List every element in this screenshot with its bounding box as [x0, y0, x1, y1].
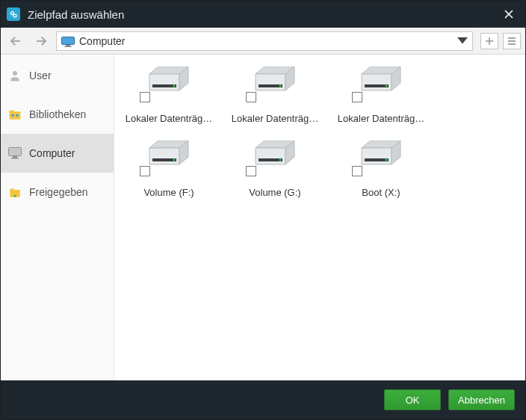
footer: OK Abbrechen: [1, 380, 525, 419]
svg-rect-7: [66, 45, 70, 46]
svg-rect-21: [13, 156, 17, 158]
drive-icon: [250, 64, 300, 96]
svg-marker-36: [362, 74, 392, 90]
cancel-button[interactable]: Abbrechen: [448, 389, 515, 410]
sidebar-item-label: Bibliotheken: [29, 108, 86, 120]
address-dropdown[interactable]: [457, 36, 468, 46]
sidebar-item-user[interactable]: User: [1, 56, 114, 95]
drive-icon: [356, 64, 406, 96]
sidebar-item-label: Freigegeben: [29, 186, 88, 198]
svg-marker-9: [457, 37, 468, 43]
computer-icon: [8, 146, 22, 160]
svg-rect-6: [62, 37, 75, 44]
shared-icon: [8, 185, 22, 199]
navbar: Computer: [1, 28, 525, 55]
svg-marker-31: [256, 74, 285, 90]
drive-label: Lokaler Datenträg…: [338, 113, 424, 124]
drive-item[interactable]: Volume (G:): [225, 138, 325, 198]
svg-rect-53: [365, 158, 389, 161]
drive-checkbox[interactable]: [246, 92, 256, 102]
sidebar-item-label: Computer: [29, 147, 75, 159]
drive-checkbox[interactable]: [140, 92, 150, 102]
svg-rect-28: [152, 84, 176, 87]
sidebar-item-libraries[interactable]: Bibliotheken: [1, 95, 114, 134]
user-icon: [8, 69, 22, 82]
drive-item[interactable]: Lokaler Datenträg…: [225, 64, 325, 124]
svg-point-19: [16, 114, 19, 117]
dialog-window: Zielpfad auswählen Computer: [0, 0, 526, 420]
drive-checkbox[interactable]: [246, 166, 256, 176]
address-bar[interactable]: Computer: [56, 31, 473, 51]
svg-rect-38: [365, 84, 389, 87]
drive-label: Boot (X:): [362, 187, 400, 198]
drive-item[interactable]: Lokaler Datenträg…: [119, 64, 219, 124]
sidebar-item-computer[interactable]: Computer: [1, 134, 114, 173]
drive-label: Lokaler Datenträg…: [232, 113, 318, 124]
sidebar-item-label: User: [29, 70, 52, 81]
svg-point-0: [11, 12, 14, 15]
svg-point-44: [173, 159, 176, 161]
svg-point-49: [279, 159, 282, 161]
drive-item[interactable]: Lokaler Datenträg…: [331, 64, 431, 124]
svg-point-34: [279, 85, 282, 87]
view-toggle-button[interactable]: [503, 33, 521, 49]
window-title: Zielpfad auswählen: [28, 8, 492, 21]
drive-label: Volume (F:): [143, 187, 194, 198]
titlebar: Zielpfad auswählen: [1, 1, 525, 28]
drive-label: Lokaler Datenträg…: [126, 113, 212, 124]
computer-icon: [61, 37, 73, 46]
svg-marker-51: [362, 148, 392, 164]
svg-point-18: [11, 114, 14, 117]
svg-rect-24: [10, 189, 14, 191]
forward-button[interactable]: [31, 31, 52, 52]
ok-button[interactable]: OK: [384, 389, 441, 410]
back-button[interactable]: [5, 31, 26, 52]
sidebar-item-shared[interactable]: Freigegeben: [1, 173, 114, 211]
svg-point-29: [173, 85, 176, 87]
svg-point-39: [386, 85, 388, 87]
svg-marker-26: [149, 74, 179, 90]
drive-checkbox[interactable]: [140, 166, 150, 176]
close-button[interactable]: [492, 1, 525, 28]
address-text: Computer: [79, 35, 451, 47]
library-icon: [8, 108, 22, 121]
svg-rect-48: [259, 158, 282, 161]
svg-rect-17: [10, 111, 15, 113]
svg-rect-16: [10, 111, 21, 120]
drive-icon: [143, 138, 194, 170]
drive-checkbox[interactable]: [352, 166, 362, 176]
svg-point-54: [386, 159, 388, 161]
svg-rect-33: [259, 84, 282, 87]
svg-rect-20: [9, 148, 22, 156]
drive-label: Volume (G:): [249, 187, 300, 198]
drive-item[interactable]: Boot (X:): [331, 138, 431, 198]
drive-icon: [143, 64, 194, 96]
svg-point-1: [13, 14, 16, 17]
dialog-body: User Bibliotheken Computer Freigegeben: [1, 55, 525, 380]
svg-rect-22: [11, 158, 19, 158]
app-icon: [7, 7, 20, 21]
drive-checkbox[interactable]: [352, 92, 362, 102]
drive-icon: [356, 138, 406, 170]
svg-marker-41: [149, 148, 179, 164]
svg-rect-8: [64, 46, 72, 47]
svg-point-15: [13, 71, 17, 75]
svg-marker-46: [256, 148, 285, 164]
sidebar: User Bibliotheken Computer Freigegeben: [1, 55, 114, 380]
drive-icon: [250, 138, 300, 170]
drive-grid: Lokaler Datenträg… Lokaler Datenträg… Lo…: [119, 64, 521, 198]
new-folder-button[interactable]: [480, 33, 498, 49]
svg-rect-43: [152, 158, 176, 161]
drive-item[interactable]: Volume (F:): [119, 138, 219, 198]
content-area: Lokaler Datenträg… Lokaler Datenträg… Lo…: [114, 55, 525, 380]
